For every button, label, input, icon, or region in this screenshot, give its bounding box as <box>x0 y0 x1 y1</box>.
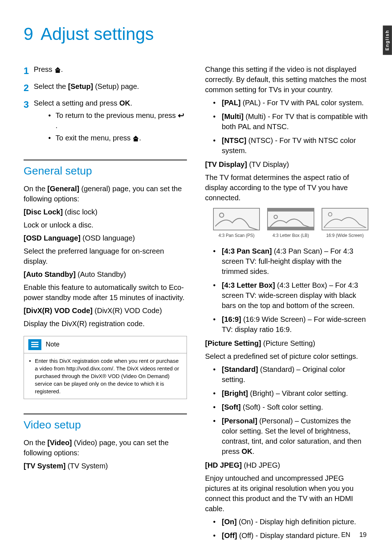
chapter-number: 9 <box>24 24 33 44</box>
step-number: 1 <box>24 64 34 77</box>
panscan-bullet: [4:3 Pan Scan] (4:3 Pan Scan) – For 4:3 … <box>205 246 368 276</box>
picture-desc: Select a predefined set of picture color… <box>205 351 368 361</box>
auto-desc: Enable this feature to automatically swi… <box>24 282 187 303</box>
hdjpeg-option: [HD JPEG] (HD JPEG) <box>205 460 368 470</box>
general-setup-heading: General setup <box>24 163 187 178</box>
ntsc-bullet: [NTSC] (NTSC) - For TV with NTSC color s… <box>205 135 368 156</box>
page-number: 19 <box>359 531 367 538</box>
disclock-option: [Disc Lock] (disc lock) <box>24 207 187 217</box>
divx-desc: Display the DivX(R) registration code. <box>24 319 187 329</box>
chapter-title: 9Adjust settings <box>24 22 368 46</box>
tv-display-images: 4:3 Pan Scan (PS) 4:3 Letter Box (LB) 16… <box>213 208 368 239</box>
svg-point-2 <box>328 213 332 216</box>
note-box: Note Enter this DivX registration code w… <box>24 336 187 399</box>
tvsystem-option: [TV System] (TV System) <box>24 461 187 471</box>
chapter-title-text: Adjust settings <box>41 24 154 44</box>
language-tab: English <box>383 25 392 55</box>
page-footer: EN 19 <box>341 530 367 539</box>
on-bullet: [On] (On) - Display high definition pict… <box>205 517 368 527</box>
soft-bullet: [Soft] (Soft) - Soft color setting. <box>205 402 368 412</box>
svg-point-1 <box>274 215 277 218</box>
tvdisplay-desc: The TV format determines the aspect rati… <box>205 172 368 203</box>
footer-language: EN <box>341 531 350 538</box>
svg-point-0 <box>220 213 224 217</box>
standard-bullet: [Standard] (Standard) – Original color s… <box>205 364 368 385</box>
letterbox-image: 4:3 Letter Box (LB) <box>267 208 314 239</box>
auto-option: [Auto Standby] (Auto Standby) <box>24 269 187 279</box>
widescreen-image: 16:9 (Wide Screen) <box>322 208 368 239</box>
step-3: Select a setting and press OK. To return… <box>34 98 187 145</box>
left-column: 1 Press . 2 Select the [Setup] (Setup) p… <box>24 64 187 544</box>
sub-bullet: To return to the previous menu, press . <box>47 110 187 131</box>
divx-option: [DivX(R) VOD Code] (DivX(R) VOD Code) <box>24 305 187 316</box>
note-icon <box>28 339 41 350</box>
pal-bullet: [PAL] (PAL) - For TV with PAL color syst… <box>205 98 368 108</box>
personal-bullet: [Personal] (Personal) – Customizes the c… <box>205 416 368 456</box>
step-2: Select the [Setup] (Setup) page. <box>34 81 187 91</box>
tvsystem-desc: Change this setting if the video is not … <box>205 64 368 95</box>
right-column: Change this setting if the video is not … <box>205 64 368 544</box>
general-intro: On the [General] (general) page, you can… <box>24 184 187 204</box>
multi-bullet: [Multi] (Multi) - For TV that is compati… <box>205 111 368 132</box>
sub-bullet: To exit the menu, press . <box>47 133 187 143</box>
steps-list: 1 Press . 2 Select the [Setup] (Setup) p… <box>24 64 187 145</box>
step-number: 2 <box>24 81 34 94</box>
home-icon <box>132 136 139 141</box>
tvdisplay-option: [TV Display] (TV Display) <box>205 159 368 169</box>
step-number: 3 <box>24 98 34 111</box>
bright-bullet: [Bright] (Bright) – Vibrant color settin… <box>205 388 368 398</box>
hdjpeg-desc: Enjoy untouched and uncompressed JPEG pi… <box>205 473 368 514</box>
picture-option: [Picture Setting] (Picture Setting) <box>205 338 368 348</box>
letterbox-bullet: [4:3 Letter Box] (4:3 Letter Box) – For … <box>205 280 368 311</box>
step-1: Press . <box>34 64 187 74</box>
note-body: Enter this DivX registration code when y… <box>24 353 187 399</box>
back-icon <box>178 113 185 119</box>
widescreen-bullet: [16:9] (16:9 Wide Screen) – For wide-scr… <box>205 314 368 335</box>
osd-option: [OSD Language] (OSD language) <box>24 233 187 243</box>
note-title: Note <box>46 340 60 349</box>
panscan-image: 4:3 Pan Scan (PS) <box>213 208 260 239</box>
disclock-desc: Lock or unlock a disc. <box>24 220 187 230</box>
video-setup-heading: Video setup <box>24 417 187 432</box>
video-intro: On the [Video] (Video) page, you can set… <box>24 438 187 458</box>
home-icon <box>54 67 61 73</box>
osd-desc: Select the preferred language for on-scr… <box>24 246 187 266</box>
